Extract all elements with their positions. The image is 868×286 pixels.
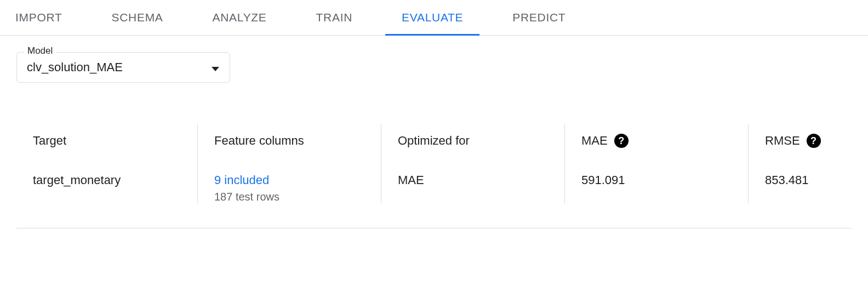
- model-select-container: Model clv_solution_MAE: [16, 52, 230, 83]
- metric-optimized-header: Optimized for: [398, 124, 548, 158]
- model-select-label: Model: [24, 45, 56, 56]
- help-icon[interactable]: ?: [614, 134, 629, 148]
- tab-train[interactable]: TRAIN: [316, 0, 353, 35]
- metric-target: Target target_monetary: [16, 124, 197, 203]
- model-select-value: clv_solution_MAE: [27, 60, 123, 75]
- tab-schema[interactable]: SCHEMA: [111, 0, 163, 35]
- metric-target-value: target_monetary: [33, 173, 181, 187]
- help-icon[interactable]: ?: [807, 134, 821, 148]
- metric-mae-header-text: MAE: [581, 134, 608, 148]
- metric-rmse-header: RMSE ?: [765, 124, 835, 158]
- metric-features-link[interactable]: 9 included: [214, 173, 364, 187]
- content-area: Model clv_solution_MAE Target target_mon…: [0, 36, 868, 228]
- tab-predict[interactable]: PREDICT: [512, 0, 566, 35]
- metric-rmse-header-text: RMSE: [765, 134, 800, 148]
- tab-analyze[interactable]: ANALYZE: [213, 0, 267, 35]
- model-select[interactable]: clv_solution_MAE: [16, 52, 230, 83]
- tab-bar: IMPORT SCHEMA ANALYZE TRAIN EVALUATE PRE…: [0, 0, 868, 36]
- metric-features-sub: 187 test rows: [214, 191, 364, 203]
- metric-rmse: RMSE ? 853.481: [748, 124, 852, 203]
- metric-rmse-value: 853.481: [765, 173, 835, 187]
- metric-target-header: Target: [33, 124, 181, 158]
- metric-mae-header: MAE ?: [581, 124, 732, 158]
- metric-optimized-value: MAE: [398, 173, 548, 187]
- tab-import[interactable]: IMPORT: [15, 0, 62, 35]
- metric-optimized: Optimized for MAE: [381, 124, 564, 203]
- metric-features: Feature columns 9 included 187 test rows: [197, 124, 381, 203]
- metric-mae: MAE ? 591.091: [564, 124, 748, 203]
- metrics-row: Target target_monetary Feature columns 9…: [16, 124, 852, 228]
- metric-features-header: Feature columns: [214, 124, 364, 158]
- tab-evaluate[interactable]: EVALUATE: [402, 0, 463, 35]
- metric-mae-value: 591.091: [581, 173, 732, 187]
- dropdown-arrow-icon: [212, 60, 219, 75]
